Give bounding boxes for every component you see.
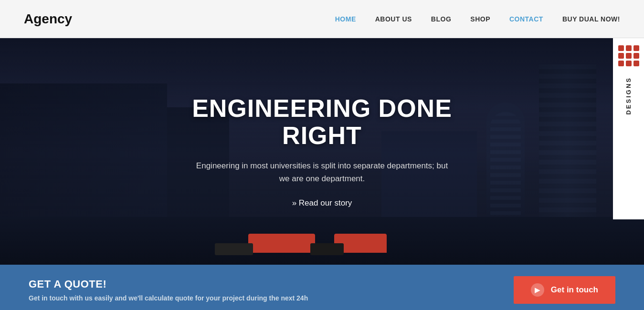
grid-dot [618, 53, 624, 59]
hero-section: ENGINEERING DONE RIGHT Engineering in mo… [0, 38, 644, 265]
grid-dot [618, 45, 624, 51]
link-label: Read our story [299, 198, 352, 207]
nav-item-about[interactable]: ABOUT US [375, 15, 412, 23]
nav-item-contact[interactable]: CONTACT [509, 15, 543, 23]
header: Agency HOMEABOUT USBLOGSHOPCONTACTBUY DU… [0, 0, 644, 38]
button-play-icon: ▶ [531, 283, 544, 297]
logo[interactable]: Agency [14, 7, 82, 31]
nav-item-blog[interactable]: BLOG [431, 15, 451, 23]
grid-dot [626, 53, 632, 59]
nav-item-buy[interactable]: BUY DUAL NOW! [562, 15, 620, 23]
cta-title: GET A QUOTE! [29, 278, 308, 290]
nav-item-home[interactable]: HOME [335, 15, 356, 23]
get-in-touch-button[interactable]: ▶ Get in touch [514, 276, 615, 304]
bus-1 [248, 234, 315, 253]
hero-title: ENGINEERING DONE RIGHT [155, 95, 489, 149]
grid-dot [626, 45, 632, 51]
read-our-story-link[interactable]: » Read our story [292, 198, 352, 207]
nav: HOMEABOUT USBLOGSHOPCONTACTBUY DUAL NOW! [335, 15, 620, 23]
cta-banner: GET A QUOTE! Get in touch with us easily… [0, 265, 644, 310]
nav-item-shop[interactable]: SHOP [470, 15, 490, 23]
grid-dot [618, 61, 624, 66]
grid-dot [633, 45, 639, 51]
cta-text-block: GET A QUOTE! Get in touch with us easily… [29, 278, 308, 302]
designs-panel[interactable]: DESIGNS [613, 38, 644, 219]
grid-dot [626, 61, 632, 66]
grid-dot [633, 61, 639, 66]
hero-subtitle-line2: we are one department. [279, 174, 365, 183]
hero-content: ENGINEERING DONE RIGHT Engineering in mo… [155, 95, 489, 208]
hero-subtitle: Engineering in most universities is spli… [155, 159, 489, 185]
get-in-touch-label: Get in touch [551, 285, 598, 295]
street [0, 217, 644, 265]
panel-designs-label: DESIGNS [625, 77, 632, 115]
cta-subtitle: Get in touch with us easily and we'll ca… [29, 294, 308, 302]
car-1 [215, 243, 253, 255]
link-prefix: » [292, 198, 296, 207]
grid-dot [633, 53, 639, 59]
car-2 [310, 243, 344, 255]
hero-subtitle-line1: Engineering in most universities is spli… [196, 161, 448, 170]
panel-grid-icon [618, 45, 639, 66]
